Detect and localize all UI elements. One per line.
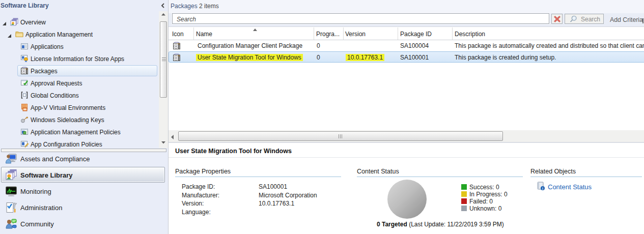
svg-text:i: i bbox=[542, 187, 543, 190]
